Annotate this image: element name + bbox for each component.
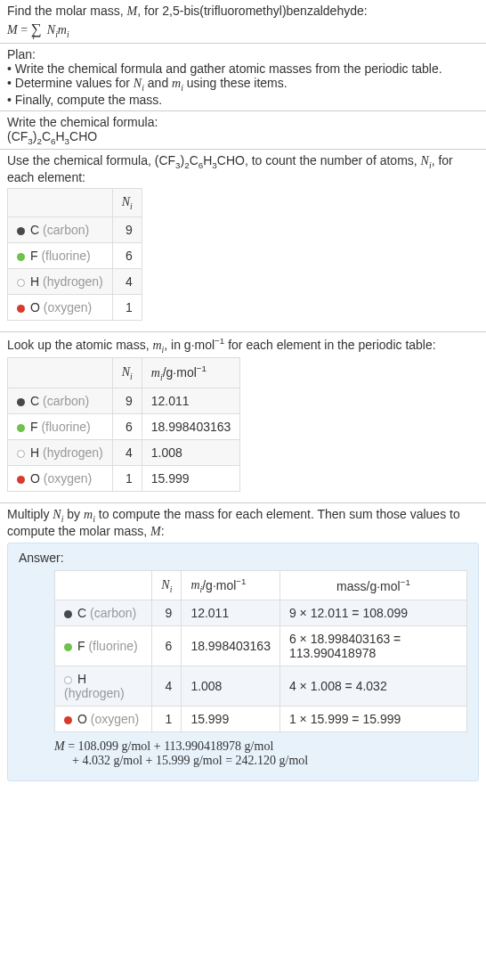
answer-header-mass: mass/g·mol−1	[279, 570, 466, 600]
count-row-h: H (hydrogen) 4	[8, 268, 142, 294]
answer-label: Answer:	[19, 551, 467, 565]
lookup-table: Ni mi/g·mol−1 C (carbon) 9 12.011 F (flu…	[7, 357, 240, 491]
problem-text: Find the molar mass, M, for 2,5-bis(trif…	[7, 4, 479, 19]
formula-title: Write the chemical formula:	[7, 115, 479, 129]
final-equation-line2: + 4.032 g/mol + 15.999 g/mol = 242.120 g…	[54, 754, 467, 768]
lookup-row-h: H (hydrogen) 4 1.008	[8, 439, 240, 465]
count-row-f: F (fluorine) 6	[8, 242, 142, 268]
dot-icon	[64, 676, 72, 684]
answer-row-o: O (oxygen) 1 15.999 1 × 15.999 = 15.999	[55, 706, 467, 732]
lookup-intro: Look up the atomic mass, mi, in g·mol−1 …	[7, 336, 479, 354]
dot-icon	[17, 305, 25, 313]
dot-icon	[64, 643, 72, 651]
lookup-row-f: F (fluorine) 6 18.998403163	[8, 413, 240, 439]
dot-icon	[17, 279, 25, 287]
count-row-c: C (carbon) 9	[8, 216, 142, 242]
plan-bullet-1: • Write the chemical formula and gather …	[7, 61, 479, 76]
count-intro: Use the chemical formula, (CF3)2C6H3CHO,…	[7, 153, 479, 184]
dot-icon	[17, 424, 25, 432]
dot-icon	[17, 398, 25, 406]
dot-icon	[17, 253, 25, 261]
answer-header-mi: mi/g·mol−1	[182, 570, 280, 600]
plan-bullet-2: • Determine values for Ni and mi using t…	[7, 76, 479, 93]
problem-statement: Find the molar mass, M, for 2,5-bis(trif…	[0, 0, 486, 44]
dot-icon	[64, 716, 72, 724]
count-table: Ni C (carbon) 9 F (fluorine) 6 H (hydrog…	[7, 188, 142, 321]
plan-section: Plan: • Write the chemical formula and g…	[0, 44, 486, 111]
answer-header-ni: Ni	[152, 570, 182, 600]
answer-section: Multiply Ni by mi to compute the mass fo…	[0, 503, 486, 794]
answer-table: Ni mi/g·mol−1 mass/g·mol−1 C (carbon) 9 …	[54, 570, 467, 732]
count-atoms-section: Use the chemical formula, (CF3)2C6H3CHO,…	[0, 150, 486, 332]
sum-equation: M = ∑i Nimi	[7, 20, 479, 39]
lookup-row-c: C (carbon) 9 12.011	[8, 388, 240, 413]
chemical-formula-section: Write the chemical formula: (CF3)2C6H3CH…	[0, 111, 486, 151]
lookup-section: Look up the atomic mass, mi, in g·mol−1 …	[0, 332, 486, 503]
dot-icon	[17, 450, 25, 458]
plan-title: Plan:	[7, 47, 479, 61]
answer-row-f: F (fluorine) 6 18.998403163 6 × 18.99840…	[55, 626, 467, 666]
final-equation-line1: M = 108.099 g/mol + 113.990418978 g/mol	[54, 739, 467, 754]
lookup-header-mi: mi/g·mol−1	[142, 358, 240, 388]
lookup-row-o: O (oxygen) 1 15.999	[8, 465, 240, 491]
dot-icon	[64, 610, 72, 618]
count-header-ni: Ni	[112, 189, 142, 217]
dot-icon	[17, 476, 25, 484]
formula-value: (CF3)2C6H3CHO	[7, 129, 479, 146]
plan-bullet-3: • Finally, compute the mass.	[7, 93, 479, 107]
multiply-intro: Multiply Ni by mi to compute the mass fo…	[7, 507, 479, 539]
count-header-blank	[8, 189, 113, 217]
count-row-o: O (oxygen) 1	[8, 294, 142, 320]
answer-box: Answer: Ni mi/g·mol−1 mass/g·mol−1 C (ca…	[7, 543, 479, 781]
answer-row-c: C (carbon) 9 12.011 9 × 12.011 = 108.099	[55, 600, 467, 626]
dot-icon	[17, 227, 25, 235]
lookup-header-ni: Ni	[112, 358, 142, 388]
answer-row-h: H (hydrogen) 4 1.008 4 × 1.008 = 4.032	[55, 666, 467, 706]
